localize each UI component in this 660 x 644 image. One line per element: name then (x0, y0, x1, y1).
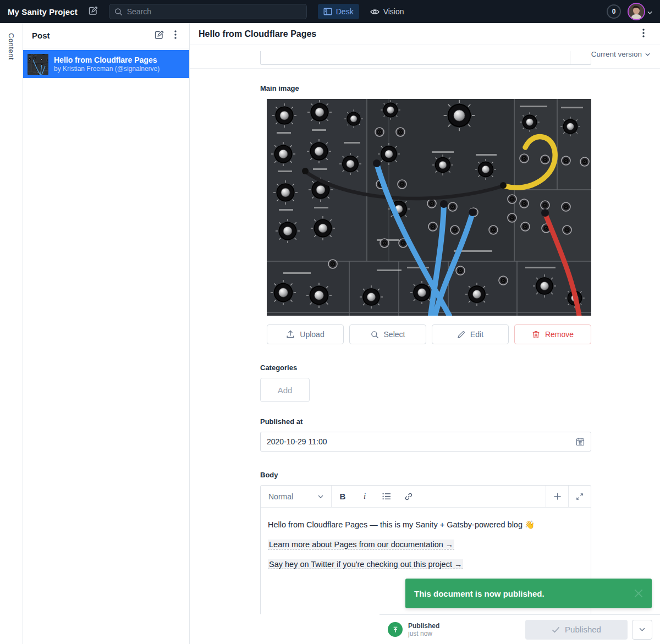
publish-status-text: Published just now (408, 622, 439, 637)
chevron-down-icon (318, 495, 323, 498)
document-editor-pane: Hello from Cloudflare Pages Current vers… (190, 23, 660, 644)
main-image-preview[interactable] (267, 99, 591, 316)
plus-icon (553, 492, 562, 500)
kebab-icon (174, 30, 177, 41)
tab-vision-label: Vision (383, 7, 404, 16)
document-list-pane: Post (23, 23, 190, 644)
publish-status-time: just now (408, 630, 439, 637)
document-title: Hello from Cloudflare Pages (199, 29, 636, 39)
upload-button[interactable]: Upload (267, 324, 344, 344)
version-select-label: Current version (591, 50, 642, 58)
publish-status-title: Published (408, 622, 439, 630)
toast-message: This document is now published. (414, 589, 634, 598)
body-label: Body (260, 471, 591, 479)
remove-button-label: Remove (545, 330, 574, 339)
check-icon (552, 626, 560, 633)
compose-icon (89, 6, 98, 17)
list-item-text: Hello from Cloudflare Pages by Kristian … (54, 55, 160, 73)
insert-block-button[interactable] (546, 486, 568, 507)
document-menu-button[interactable] (636, 26, 651, 42)
italic-button[interactable]: i (354, 486, 376, 507)
published-at-field (260, 432, 591, 452)
kebab-icon (642, 29, 645, 39)
list-item-post[interactable]: Hello from Cloudflare Pages by Kristian … (23, 50, 189, 78)
search-icon (371, 331, 379, 339)
edit-button[interactable]: Edit (432, 324, 509, 344)
bullet-list-icon (382, 493, 391, 500)
upload-button-label: Upload (300, 330, 324, 339)
app-window: My Sanity Project (0, 0, 660, 644)
document-form: Main image Upload (190, 69, 660, 614)
slug-field-partial[interactable] (260, 51, 591, 65)
bullet-list-button[interactable] (376, 486, 398, 507)
publish-menu-button[interactable] (632, 620, 652, 640)
document-header: Hello from Cloudflare Pages (190, 23, 660, 45)
compose-icon (155, 30, 164, 41)
body-link-documentation[interactable]: Learn more about Pages from our document… (268, 540, 454, 549)
expand-icon (576, 493, 584, 500)
trash-icon (532, 330, 540, 339)
add-category-button[interactable]: Add (260, 378, 310, 402)
publish-status: Published just now (388, 622, 439, 637)
list-item-subtitle: by Kristian Freeman (@signalnerve) (54, 65, 160, 73)
tab-desk-label: Desk (336, 7, 354, 16)
chevron-down-icon (639, 628, 645, 631)
sidebar-tool-content[interactable]: Content (0, 23, 23, 644)
divider (570, 51, 570, 64)
global-search[interactable] (109, 4, 307, 19)
tab-desk[interactable]: Desk (318, 4, 359, 19)
published-at-input[interactable] (267, 437, 571, 446)
pencil-icon (457, 331, 465, 339)
list-pane-menu-button[interactable] (167, 27, 184, 44)
search-icon (114, 8, 123, 16)
categories-label: Categories (260, 364, 591, 372)
post-thumbnail (28, 54, 48, 75)
remove-button[interactable]: Remove (514, 324, 591, 344)
body-link-twitter[interactable]: Say hey on Twitter if you're checking ou… (268, 559, 463, 569)
project-title: My Sanity Project (8, 7, 78, 16)
list-pane-header: Post (23, 23, 189, 48)
version-select[interactable]: Current version (591, 50, 650, 58)
toast-notification: This document is now published. (405, 579, 652, 608)
document-footer: Published just now Published (380, 614, 660, 644)
tab-vision[interactable]: Vision (365, 4, 410, 20)
link-icon (404, 492, 413, 501)
close-icon[interactable] (634, 589, 643, 598)
select-button[interactable]: Select (349, 324, 426, 344)
desk-icon (323, 7, 332, 16)
create-post-button[interactable] (151, 27, 167, 44)
chevron-down-icon (645, 53, 650, 56)
text-style-value: Normal (268, 492, 293, 501)
calendar-icon[interactable] (576, 437, 585, 446)
list-item-title: Hello from Cloudflare Pages (54, 55, 160, 65)
published-at-label: Published at (260, 417, 591, 426)
main-image-label: Main image (260, 84, 591, 92)
expand-editor-button[interactable] (568, 486, 591, 507)
avatar (628, 3, 645, 20)
new-document-button[interactable] (89, 6, 98, 17)
published-status-icon (388, 622, 403, 637)
search-input[interactable] (127, 7, 301, 16)
editor-toolbar: Normal B i (261, 486, 591, 508)
select-button-label: Select (384, 330, 405, 339)
user-menu-button[interactable] (628, 3, 652, 20)
publish-button-label: Published (565, 625, 601, 634)
content-rail-label: Content (7, 33, 15, 644)
eye-icon (370, 7, 380, 16)
image-toolbar: Upload Select Edit (267, 324, 591, 344)
body-paragraph: Hello from Cloudflare Pages — this is my… (268, 519, 584, 531)
list-pane-title: Post (32, 31, 151, 40)
validation-count-badge[interactable]: 0 (607, 4, 621, 19)
top-navbar: My Sanity Project (0, 0, 660, 23)
chevron-down-icon (647, 8, 652, 16)
edit-button-label: Edit (470, 330, 483, 339)
upload-icon (286, 330, 295, 339)
editor-content[interactable]: Hello from Cloudflare Pages — this is my… (261, 508, 591, 590)
publish-button[interactable]: Published (525, 620, 628, 640)
link-button[interactable] (398, 486, 420, 507)
toolbar-spacer (420, 486, 546, 507)
text-style-select[interactable]: Normal (261, 486, 331, 507)
bold-button[interactable]: B (332, 486, 354, 507)
